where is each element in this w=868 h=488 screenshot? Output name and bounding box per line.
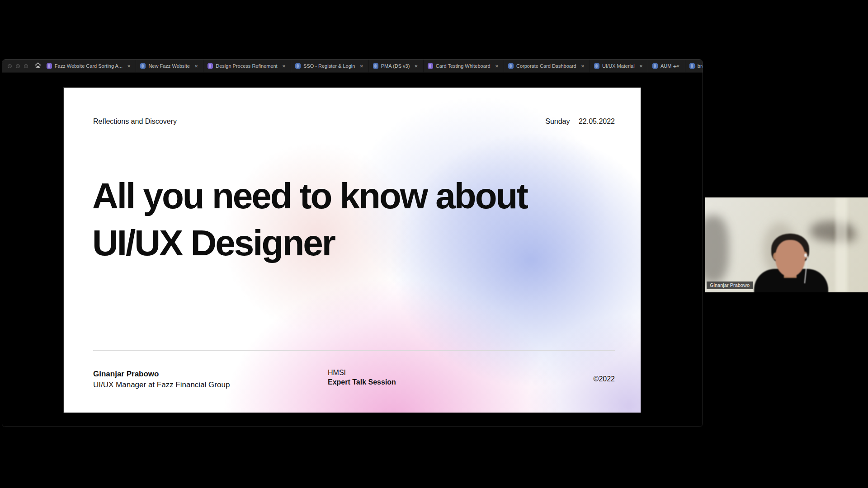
person (705, 197, 868, 292)
close-tab-icon[interactable]: ✕ (494, 63, 500, 69)
tab-bar: Fazz Website Card Sorting A...✕New Fazz … (2, 60, 703, 73)
tab-actions: + ••• (667, 60, 703, 72)
zoom-window-button[interactable] (24, 64, 28, 68)
presentation-canvas[interactable]: Reflections and Discovery Sunday 22.05.2… (2, 73, 703, 427)
figma-blue-file-icon (295, 63, 301, 69)
figma-blue-file-icon (652, 63, 658, 69)
tab-label: New Fazz Website (148, 63, 190, 69)
slide-title-line1: All you need to know about (92, 173, 527, 220)
tab-strip: Fazz Website Card Sorting A...✕New Fazz … (42, 60, 667, 72)
slide-date-value: 22.05.2022 (579, 117, 615, 125)
presenter-block: Ginanjar Prabowo UI/UX Manager at Fazz F… (93, 369, 230, 390)
presenter-role: UI/UX Manager at Fazz Financial Group (93, 380, 230, 390)
close-window-button[interactable] (8, 64, 12, 68)
tab-label: Design Process Refinement (216, 63, 277, 69)
tab-label: UI/UX Material (602, 63, 635, 69)
slide-eyebrow: Reflections and Discovery (93, 117, 177, 126)
tab-label: SSO - Register & Login (303, 63, 355, 69)
close-tab-icon[interactable]: ✕ (638, 63, 644, 69)
session-name: Expert Talk Session (328, 377, 396, 387)
tab[interactable]: Fazz Website Card Sorting A...✕ (42, 60, 137, 72)
presenter-name: Ginanjar Prabowo (93, 369, 230, 380)
close-tab-icon[interactable]: ✕ (413, 63, 419, 69)
figma-blue-file-icon (373, 63, 378, 69)
figma-purple-file-icon (208, 63, 213, 69)
tab-label: PMA (DS v3) (381, 63, 410, 69)
minimize-window-button[interactable] (16, 64, 20, 68)
new-tab-button[interactable]: + (667, 62, 683, 70)
slide: Reflections and Discovery Sunday 22.05.2… (64, 88, 641, 413)
figma-app-window: Fazz Website Card Sorting A...✕New Fazz … (2, 59, 703, 427)
slide-divider (93, 350, 615, 351)
close-tab-icon[interactable]: ✕ (281, 63, 287, 69)
close-tab-icon[interactable]: ✕ (193, 63, 199, 69)
desktop-background: Fazz Website Card Sorting A...✕New Fazz … (0, 0, 868, 488)
org-name: HMSI (328, 368, 396, 377)
webcam-tile[interactable]: Ginanjar Prabowo (705, 195, 868, 298)
figma-blue-file-icon (594, 63, 599, 69)
tab[interactable]: SSO - Register & Login✕ (291, 60, 369, 72)
slide-title: All you need to know about UI/UX Designe… (92, 173, 527, 267)
figma-blue-file-icon (508, 63, 514, 69)
figma-blue-file-icon (140, 63, 146, 69)
close-tab-icon[interactable]: ✕ (126, 63, 132, 69)
close-tab-icon[interactable]: ✕ (359, 63, 364, 69)
tab[interactable]: UI/UX Material✕ (590, 60, 648, 72)
participant-name-label: Ginanjar Prabowo (707, 282, 753, 289)
close-tab-icon[interactable]: ✕ (580, 63, 585, 69)
slide-day: Sunday (545, 117, 570, 125)
person-face (775, 240, 805, 277)
tab[interactable]: Design Process Refinement✕ (203, 60, 291, 72)
slide-header: Reflections and Discovery Sunday 22.05.2… (93, 117, 615, 126)
webcam-video (705, 197, 868, 292)
home-button[interactable] (33, 60, 42, 72)
window-controls (2, 60, 33, 72)
tab[interactable]: PMA (DS v3)✕ (369, 60, 424, 72)
tab[interactable]: Card Testing Whiteboard✕ (424, 60, 504, 72)
slide-title-line2: UI/UX Designer (92, 220, 527, 267)
figma-purple-file-icon (428, 63, 433, 69)
copyright: ©2022 (594, 375, 615, 383)
tab-label: Corporate Card Dashboard (516, 63, 576, 69)
session-block: HMSI Expert Talk Session (328, 368, 396, 387)
figma-purple-file-icon (47, 63, 52, 69)
tab[interactable]: Corporate Card Dashboard✕ (504, 60, 590, 72)
tab-label: Fazz Website Card Sorting A... (55, 63, 123, 69)
slide-date: Sunday 22.05.2022 (545, 117, 615, 126)
figma-blue-file-icon (689, 63, 695, 69)
home-icon (35, 62, 41, 70)
tab[interactable]: New Fazz Website✕ (136, 60, 203, 72)
tab-label: Card Testing Whiteboard (436, 63, 491, 69)
